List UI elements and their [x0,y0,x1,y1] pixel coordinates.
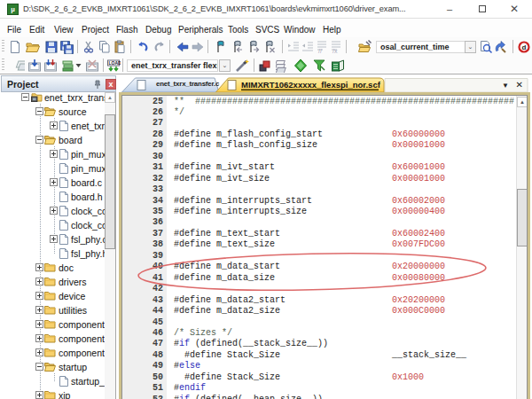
svg-text:LOAD: LOAD [109,60,121,66]
svg-text://: // [318,48,322,54]
svg-text:/x: /x [332,48,338,54]
svg-text:d: d [522,43,527,51]
